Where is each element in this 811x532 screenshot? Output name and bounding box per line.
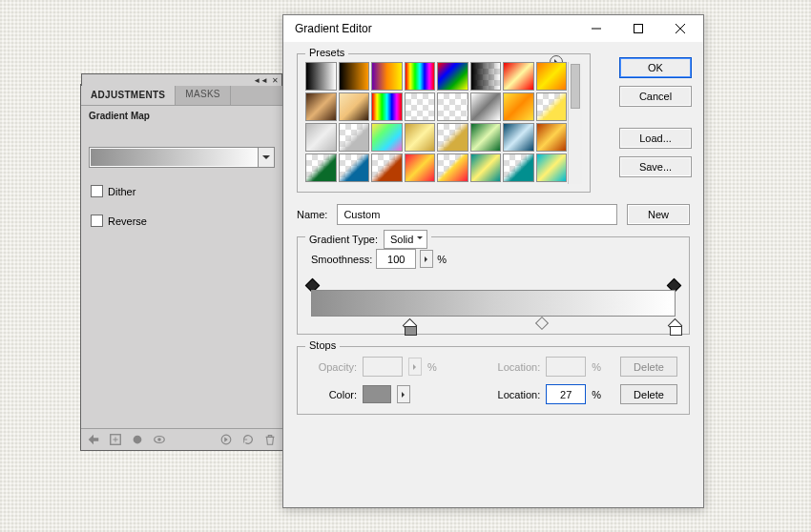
preset-swatch[interactable]: [503, 153, 534, 182]
footer-reset-icon[interactable]: [241, 433, 255, 446]
presets-legend: Presets: [305, 47, 348, 58]
cancel-button[interactable]: Cancel: [619, 86, 692, 107]
presets-scrollbar[interactable]: [568, 62, 582, 184]
gradient-editor-window: Gradient Editor OK Cancel Load... Save..…: [282, 14, 704, 508]
opacity-location-input: [546, 357, 586, 377]
adjustments-footer: [81, 428, 282, 450]
color-location-input[interactable]: [546, 384, 586, 404]
preset-swatch[interactable]: [536, 123, 568, 152]
preset-swatch[interactable]: [437, 123, 468, 152]
opacity-stepper: [408, 358, 422, 376]
preset-swatch[interactable]: [536, 153, 568, 182]
preset-swatch[interactable]: [339, 92, 370, 121]
name-input[interactable]: [337, 204, 617, 225]
presets-scrollbar-thumb[interactable]: [571, 64, 580, 109]
preset-swatch[interactable]: [503, 92, 534, 121]
footer-expand-icon[interactable]: [109, 433, 122, 446]
preset-swatch[interactable]: [405, 92, 436, 121]
footer-back-icon[interactable]: [87, 433, 100, 446]
preset-swatch[interactable]: [536, 92, 568, 121]
preset-swatch[interactable]: [339, 123, 370, 152]
smoothness-stepper[interactable]: [420, 250, 433, 268]
gradient-type-select[interactable]: Solid: [384, 230, 427, 249]
footer-prev-icon[interactable]: [219, 433, 233, 446]
presets-grid[interactable]: [305, 62, 567, 184]
color-label: Color:: [309, 389, 357, 400]
stops-legend: Stops: [305, 339, 340, 351]
preset-swatch[interactable]: [470, 123, 502, 152]
preset-swatch[interactable]: [305, 62, 337, 91]
gradient-map-dropdown[interactable]: [259, 147, 275, 168]
gradient-bar[interactable]: [311, 282, 676, 322]
tab-masks[interactable]: MASKS: [176, 85, 231, 105]
gradient-map-strip[interactable]: [89, 147, 275, 168]
preset-swatch[interactable]: [470, 92, 502, 121]
gradient-editor-side-buttons: OK Cancel Load... Save...: [619, 57, 692, 177]
preset-swatch[interactable]: [371, 153, 403, 182]
name-label: Name:: [297, 209, 327, 220]
panel-close-icon: ✕: [272, 76, 279, 85]
presets-fieldset: Presets: [297, 53, 591, 193]
preset-swatch[interactable]: [437, 62, 468, 91]
footer-trash-icon[interactable]: [263, 433, 277, 446]
preset-swatch[interactable]: [503, 62, 534, 91]
color-menu-button[interactable]: [397, 385, 410, 403]
dither-label: Dither: [108, 186, 135, 197]
new-button[interactable]: New: [627, 204, 690, 225]
panel-menu-icon: ◄◄: [253, 76, 268, 85]
opacity-delete-button: Delete: [620, 357, 677, 377]
smoothness-input[interactable]: [376, 249, 416, 269]
preset-swatch[interactable]: [305, 123, 337, 152]
color-swatch[interactable]: [363, 385, 391, 403]
preset-swatch[interactable]: [305, 92, 337, 121]
load-button[interactable]: Load...: [619, 128, 692, 149]
window-close-button[interactable]: [659, 15, 701, 42]
adjustments-panel-collapse-bar[interactable]: ◄◄ ✕: [81, 73, 282, 86]
tab-adjustments[interactable]: ADJUSTMENTS: [81, 85, 176, 105]
smoothness-unit: %: [437, 254, 447, 265]
preset-swatch[interactable]: [305, 153, 337, 182]
footer-clip-icon[interactable]: [131, 433, 144, 446]
adjustments-tabs: ADJUSTMENTS MASKS: [81, 85, 282, 106]
gradient-type-label: Gradient Type:: [309, 234, 378, 245]
opacity-location-label: Location:: [492, 361, 540, 373]
svg-point-1: [134, 436, 142, 444]
preset-swatch[interactable]: [437, 153, 468, 182]
preset-swatch[interactable]: [437, 92, 468, 121]
preset-swatch[interactable]: [405, 153, 436, 182]
preset-swatch[interactable]: [503, 123, 534, 152]
color-stop-2[interactable]: [670, 320, 680, 334]
save-button[interactable]: Save...: [619, 156, 692, 177]
preset-swatch[interactable]: [536, 62, 568, 91]
color-stop-1[interactable]: [405, 320, 415, 334]
preset-swatch[interactable]: [371, 123, 403, 152]
stops-fieldset: Stops Opacity: % Location: % Delete Colo…: [297, 346, 690, 415]
opacity-input: [363, 357, 403, 377]
reverse-label: Reverse: [108, 215, 147, 227]
color-location-unit: %: [592, 389, 601, 400]
midpoint-marker[interactable]: [535, 317, 549, 330]
preset-swatch[interactable]: [339, 62, 370, 91]
preset-swatch[interactable]: [470, 153, 502, 182]
footer-visibility-icon[interactable]: [153, 433, 166, 446]
color-location-label: Location:: [492, 389, 540, 400]
color-delete-button[interactable]: Delete: [620, 384, 677, 404]
preset-swatch[interactable]: [470, 62, 502, 91]
opacity-location-unit: %: [592, 361, 601, 373]
preset-swatch[interactable]: [339, 153, 370, 182]
preset-swatch[interactable]: [405, 62, 436, 91]
dither-checkbox[interactable]: [91, 185, 103, 197]
reverse-checkbox[interactable]: [91, 215, 103, 227]
window-minimize-button[interactable]: [575, 15, 617, 42]
window-maximize-button[interactable]: [617, 15, 659, 42]
ok-button[interactable]: OK: [619, 57, 692, 78]
gradient-editor-titlebar[interactable]: Gradient Editor: [283, 15, 703, 42]
adjustments-panel: ◄◄ ✕ ADJUSTMENTS MASKS Gradient Map Dith…: [80, 84, 283, 451]
preset-swatch[interactable]: [371, 62, 403, 91]
opacity-label: Opacity:: [309, 361, 357, 373]
svg-rect-5: [634, 25, 643, 33]
svg-point-3: [157, 438, 161, 441]
preset-swatch[interactable]: [371, 92, 403, 121]
gradient-type-fieldset: Gradient Type: Solid Smoothness: %: [297, 236, 690, 335]
preset-swatch[interactable]: [405, 123, 436, 152]
